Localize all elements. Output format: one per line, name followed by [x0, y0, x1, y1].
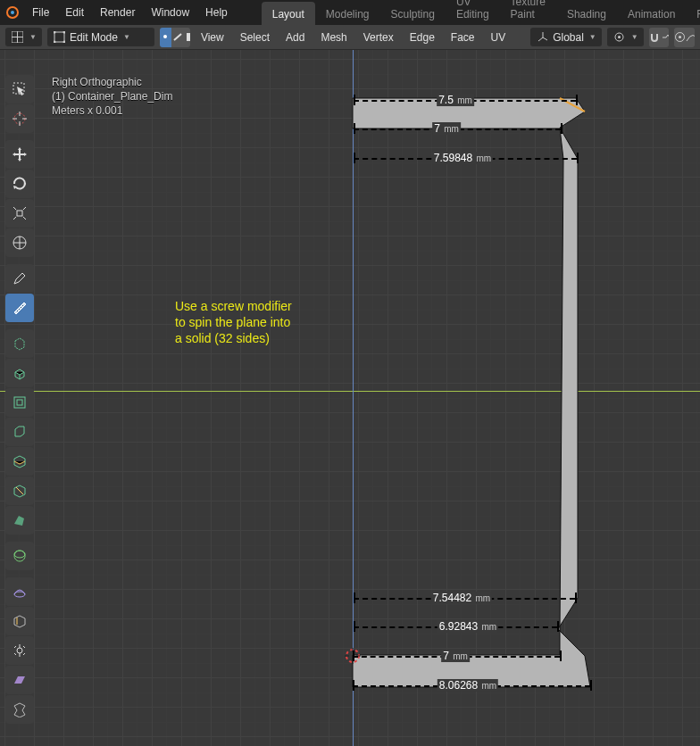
- proportional-edit-toggle[interactable]: [674, 28, 686, 47]
- dim-unit: mm: [482, 681, 497, 691]
- tab-sculpting[interactable]: Sculpting: [380, 2, 446, 25]
- mesh-select-mode: [160, 28, 190, 47]
- tool-add-cube[interactable]: [5, 329, 34, 358]
- orientation-dropdown[interactable]: Global ▼: [530, 28, 602, 46]
- tool-edge-slide[interactable]: [5, 607, 34, 635]
- pivot-dropdown[interactable]: ▼: [607, 28, 644, 46]
- axes-icon: [536, 30, 549, 44]
- menu-mesh[interactable]: Mesh: [315, 29, 352, 46]
- menu-select[interactable]: Select: [235, 29, 275, 46]
- tool-spin[interactable]: [5, 542, 34, 570]
- dim-value: 7: [434, 122, 440, 135]
- orientation-label: Global: [553, 31, 584, 44]
- top-menubar: File Edit Render Window Help Layout Mode…: [0, 0, 700, 25]
- svg-rect-3: [54, 32, 64, 42]
- tool-shear[interactable]: [5, 666, 34, 694]
- menu-render[interactable]: Render: [93, 3, 142, 22]
- tool-bevel[interactable]: [5, 418, 34, 446]
- tool-select-box[interactable]: [5, 75, 34, 104]
- chevron-down-icon: ▼: [123, 33, 130, 41]
- proportional-group: [674, 28, 695, 47]
- overlay-view-name: Right Orthographic: [52, 75, 172, 89]
- svg-point-11: [618, 36, 621, 38]
- tab-rendering[interactable]: Rendering: [686, 2, 700, 25]
- tab-animation[interactable]: Animation: [617, 2, 686, 25]
- app-icon: [5, 4, 20, 21]
- menu-edit[interactable]: Edit: [58, 3, 91, 22]
- menu-face[interactable]: Face: [446, 29, 480, 46]
- viewport-annotation: Use a screw modifier to spin the plane i…: [175, 298, 300, 346]
- dim-value: 7.5: [438, 94, 454, 106]
- menu-edge[interactable]: Edge: [404, 29, 440, 46]
- tool-extrude-region[interactable]: [5, 359, 34, 387]
- mode-label: Edit Mode: [70, 31, 118, 44]
- tab-uv-editing[interactable]: UV Editing: [446, 0, 500, 25]
- tool-transform[interactable]: [5, 228, 34, 257]
- dim-value: 7.54482: [433, 592, 471, 604]
- axis-x-line: [0, 391, 700, 392]
- select-mode-vertex[interactable]: [160, 28, 171, 47]
- tool-shrink-fatten[interactable]: [5, 636, 34, 665]
- tool-inset-faces[interactable]: [5, 388, 34, 417]
- chevron-down-icon: ▼: [589, 33, 596, 41]
- svg-point-8: [163, 35, 167, 38]
- pivot-icon: [612, 30, 626, 44]
- overlay-object-name: (1) Container_Plane_Dim: [52, 89, 172, 104]
- viewport-header: ▼ Edit Mode ▼ View Select Add Mesh Verte…: [0, 25, 700, 50]
- select-mode-face[interactable]: [185, 28, 190, 47]
- proportional-falloff-dropdown[interactable]: [686, 28, 695, 47]
- grid-viewport-icon: [11, 30, 24, 44]
- svg-rect-9: [187, 33, 190, 41]
- menu-add[interactable]: Add: [280, 29, 310, 46]
- svg-rect-17: [17, 211, 22, 216]
- tool-smooth[interactable]: [5, 577, 34, 606]
- dim-unit: mm: [453, 651, 468, 661]
- tab-shading[interactable]: Shading: [556, 2, 617, 25]
- menu-view[interactable]: View: [196, 29, 229, 46]
- menu-help[interactable]: Help: [198, 3, 235, 22]
- tool-poly-build[interactable]: [5, 506, 34, 535]
- menu-uv[interactable]: UV: [486, 29, 512, 46]
- tool-cursor-3d[interactable]: [5, 104, 34, 133]
- snap-toggle[interactable]: [649, 28, 661, 47]
- tool-scale[interactable]: [5, 199, 34, 228]
- dim-unit: mm: [457, 95, 472, 105]
- svg-point-1: [11, 11, 14, 14]
- grid-major: [0, 50, 700, 746]
- 3d-viewport[interactable]: Right Orthographic (1) Container_Plane_D…: [0, 50, 700, 746]
- tab-modeling[interactable]: Modeling: [315, 2, 380, 25]
- overlay-units: Meters x 0.001: [52, 104, 172, 118]
- svg-point-7: [62, 41, 65, 44]
- mode-dropdown[interactable]: Edit Mode ▼: [47, 28, 154, 46]
- dim-unit: mm: [482, 622, 497, 632]
- menu-window[interactable]: Window: [144, 3, 196, 22]
- tool-knife[interactable]: [5, 477, 34, 505]
- dim-value: 6.92843: [439, 620, 478, 633]
- snap-type-dropdown[interactable]: [661, 28, 670, 47]
- tool-annotate[interactable]: [5, 264, 34, 293]
- svg-point-4: [54, 31, 56, 34]
- left-toolbar: [5, 75, 36, 724]
- menu-file[interactable]: File: [25, 3, 56, 22]
- select-mode-edge[interactable]: [171, 28, 185, 47]
- tool-measure[interactable]: [5, 294, 34, 322]
- tool-rip-region[interactable]: [5, 695, 34, 724]
- chevron-down-icon: ▼: [29, 33, 37, 41]
- svg-rect-20: [17, 400, 22, 405]
- dim-unit: mm: [444, 124, 459, 134]
- tool-loop-cut[interactable]: [5, 447, 34, 476]
- viewport-overlay-info: Right Orthographic (1) Container_Plane_D…: [52, 75, 172, 118]
- tool-move[interactable]: [5, 140, 34, 169]
- tool-rotate[interactable]: [5, 170, 34, 198]
- svg-point-22: [17, 648, 22, 653]
- tab-layout[interactable]: Layout: [262, 2, 315, 25]
- dim-unit: mm: [477, 153, 492, 163]
- menu-vertex[interactable]: Vertex: [358, 29, 399, 46]
- edit-mode-icon: [53, 30, 66, 44]
- snap-group: [649, 28, 670, 47]
- editor-type-dropdown[interactable]: ▼: [5, 28, 42, 46]
- svg-point-6: [54, 41, 56, 44]
- svg-point-5: [62, 31, 65, 34]
- dim-value: 7.59848: [434, 152, 472, 164]
- tab-texture-paint[interactable]: Texture Paint: [500, 0, 556, 25]
